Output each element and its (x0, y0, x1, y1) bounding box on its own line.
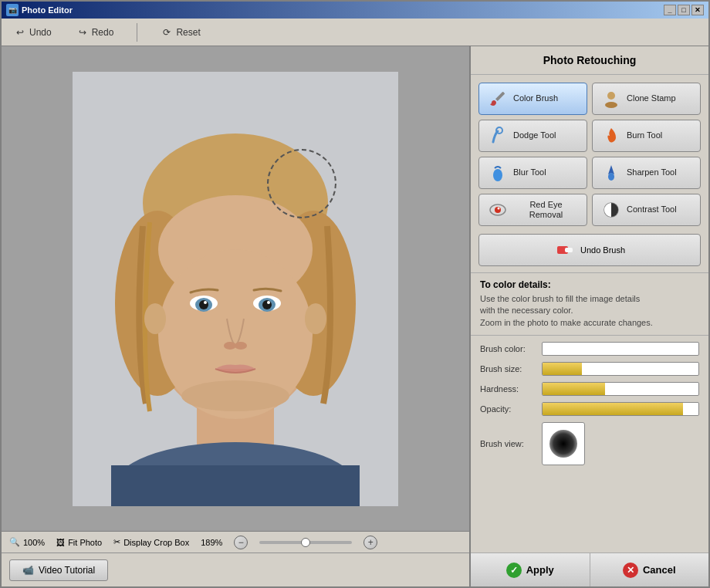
info-text: Use the color brush to fill the image de… (480, 293, 699, 329)
svg-point-14 (199, 300, 208, 309)
brush-view-label: Brush view: (480, 439, 542, 448)
cancel-x-icon: ✕ (623, 563, 638, 578)
svg-point-22 (305, 303, 326, 334)
apply-button[interactable]: ✓ Apply (471, 553, 590, 586)
dodge-tool-button[interactable]: Dodge Tool (478, 120, 587, 152)
dodge-tool-icon (487, 125, 509, 147)
brush-color-label: Brush color: (480, 344, 542, 353)
zoom-slider-thumb (301, 538, 310, 547)
svg-point-20 (181, 380, 289, 411)
hardness-label: Hardness: (480, 384, 542, 394)
titlebar: 📷 Photo Editor _ □ ✕ (2, 2, 708, 19)
blur-tool-button[interactable]: Blur Tool (478, 157, 587, 189)
cancel-label: Cancel (643, 564, 676, 576)
svg-point-21 (144, 303, 166, 334)
burn-tool-label: Burn Tool (627, 130, 662, 140)
reset-label: Reset (176, 27, 200, 38)
crop-box-control[interactable]: ✂ Display Crop Box (113, 537, 189, 547)
contrast-tool-button[interactable]: Contrast Tool (592, 194, 701, 226)
clone-stamp-button[interactable]: Clone Stamp (592, 83, 701, 115)
right-panel: Photo Retouching Color Brush Clone Stamp (469, 46, 708, 586)
clone-stamp-label: Clone Stamp (627, 93, 676, 103)
display-crop-label: Display Crop Box (123, 538, 189, 547)
brush-color-row: Brush color: (480, 342, 699, 356)
redo-button[interactable]: ↪ Redo (72, 25, 119, 40)
panel-title: Photo Retouching (471, 46, 708, 75)
main-window: 📷 Photo Editor _ □ ✕ ↩ Undo ↪ Redo ⟳ Res… (0, 0, 710, 588)
undo-label: Undo (29, 27, 52, 38)
zoom-out-button[interactable]: − (234, 536, 248, 549)
fit-photo-control[interactable]: 🖼 Fit Photo (56, 538, 102, 547)
contrast-tool-label: Contrast Tool (627, 204, 677, 215)
portrait-image (73, 72, 398, 506)
blur-tool-icon (487, 162, 509, 184)
opacity-label: Opacity: (480, 404, 542, 414)
cancel-button[interactable]: ✕ Cancel (590, 553, 709, 586)
hardness-slider[interactable] (542, 382, 699, 396)
undo-brush-label: Undo Brush (580, 245, 625, 255)
zoom-value: 189% (201, 538, 222, 547)
info-section: To color details: Use the color brush to… (471, 272, 708, 335)
burn-tool-icon (600, 125, 622, 147)
video-tutorial-label: Video Tutorial (39, 565, 95, 576)
svg-point-26 (493, 169, 502, 181)
red-eye-removal-button[interactable]: Red Eye Removal (478, 194, 587, 226)
zoom-icon: 🔍 (9, 537, 20, 547)
info-title: To color details: (480, 279, 699, 290)
brush-size-fill (543, 363, 582, 375)
apply-check-icon: ✓ (506, 563, 522, 578)
opacity-slider[interactable] (542, 402, 699, 416)
zoom-in-button[interactable]: + (363, 536, 377, 549)
red-eye-removal-label: Red Eye Removal (513, 200, 579, 220)
opacity-row: Opacity: (480, 402, 699, 416)
brush-view-row: Brush view: (480, 422, 699, 465)
video-tutorial-button[interactable]: 📹 Video Tutorial (9, 559, 108, 581)
crop-icon: ✂ (113, 537, 120, 547)
redo-icon: ↪ (76, 26, 89, 39)
settings-section: Brush color: Brush size: Hardness: (471, 335, 708, 553)
panel-bottom: ✓ Apply ✕ Cancel (471, 553, 708, 586)
red-eye-removal-icon (487, 199, 509, 221)
photo-container (73, 72, 398, 506)
minimize-button[interactable]: _ (664, 5, 676, 15)
brush-size-slider[interactable] (542, 362, 699, 376)
svg-point-19 (235, 342, 247, 350)
tools-grid: Color Brush Clone Stamp Dodge Tool (471, 75, 708, 234)
burn-tool-button[interactable]: Burn Tool (592, 120, 701, 152)
clone-stamp-icon (600, 88, 622, 110)
svg-rect-34 (565, 248, 573, 252)
close-button[interactable]: ✕ (691, 5, 704, 15)
sharpen-tool-label: Sharpen Tool (627, 167, 677, 177)
color-brush-icon (487, 88, 509, 110)
fit-photo-icon: 🖼 (56, 538, 65, 547)
titlebar-buttons: _ □ ✕ (664, 5, 704, 15)
toolbar-separator (137, 23, 137, 42)
svg-point-24 (605, 102, 617, 108)
svg-point-16 (204, 301, 207, 304)
sharpen-tool-button[interactable]: Sharpen Tool (592, 157, 701, 189)
svg-point-31 (498, 208, 500, 210)
toolbar: ↩ Undo ↪ Redo ⟳ Reset (2, 19, 708, 46)
brush-color-input[interactable] (542, 342, 699, 356)
redo-label: Redo (92, 27, 114, 38)
brush-size-label: Brush size: (480, 364, 542, 373)
brush-preview (542, 422, 585, 465)
svg-point-17 (267, 301, 270, 304)
zoom-slider[interactable] (259, 541, 352, 544)
sharpen-tool-icon (600, 162, 622, 184)
reset-button[interactable]: ⟳ Reset (156, 25, 205, 40)
zoom-control: 🔍 100% (9, 537, 45, 547)
canvas-area[interactable] (2, 46, 469, 531)
hardness-fill (543, 383, 605, 395)
svg-point-23 (607, 92, 615, 100)
color-brush-label: Color Brush (513, 93, 558, 103)
undo-button[interactable]: ↩ Undo (9, 25, 56, 40)
contrast-tool-icon (600, 199, 622, 221)
undo-brush-button[interactable]: Undo Brush (478, 234, 701, 266)
maximize-button[interactable]: □ (678, 5, 690, 15)
bottom-bar-left: 📹 Video Tutorial (2, 553, 469, 586)
color-brush-button[interactable]: Color Brush (478, 83, 587, 115)
status-bar: 🔍 100% 🖼 Fit Photo ✂ Display Crop Box 18… (2, 531, 469, 553)
fit-photo-label: Fit Photo (68, 538, 102, 547)
reset-icon: ⟳ (161, 26, 173, 39)
